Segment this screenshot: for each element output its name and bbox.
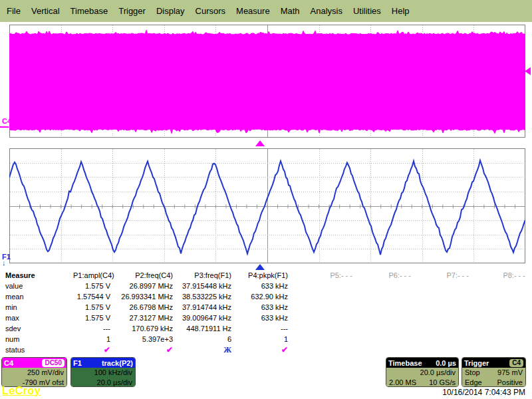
measure-row-label-mean: mean — [3, 291, 73, 302]
trigger-type: Edge — [465, 378, 482, 387]
lecroy-logo: LeCroy — [2, 385, 41, 397]
measure-header-p4[interactable]: P4:pkpk(F1) — [233, 270, 289, 281]
measure-value-p5 — [289, 281, 354, 291]
timebase-per-div: 20.0 µs/div — [389, 368, 456, 378]
trigger-body: Stop 975 mV Edge Positive — [462, 368, 525, 387]
c4-volts-per-div: 250 mV/div — [5, 368, 64, 378]
timebase-body: 20.0 µs/div 2.00 MS 10 GS/s — [386, 368, 458, 387]
f1-descriptor-header: F1 track(P2) — [71, 358, 135, 368]
measure-max-p2: 27.3127 MHz — [112, 313, 174, 323]
measure-num-p2: 5.397e+3 — [112, 334, 174, 344]
measure-header-p6[interactable]: P6:- - - — [354, 270, 412, 281]
measure-value-p7 — [412, 281, 470, 291]
f1-descriptor-body: 100 kHz/div 20.0 µs/div — [71, 368, 135, 387]
f1-units-per-div: 100 kHz/div — [74, 368, 132, 378]
status-ok-icon: ✔ — [166, 345, 173, 354]
measure-mean-p5 — [289, 291, 354, 302]
measure-sdev-p6 — [354, 323, 412, 334]
menu-item-vertical[interactable]: Vertical — [31, 6, 60, 16]
measure-row-label-sdev: sdev — [3, 323, 73, 334]
clock-timestamp: 10/16/2014 7:04:43 PM — [442, 388, 525, 397]
measure-value-p8 — [470, 281, 527, 291]
measure-value-p4: 633 kHz — [233, 281, 289, 291]
measure-mean-p3: 38.533225 kHz — [174, 291, 233, 302]
measure-header-p3[interactable]: P3:freq(F1) — [174, 270, 233, 281]
measure-status-p3: Ж — [174, 344, 233, 355]
measure-header-p2[interactable]: P2:freq(C4) — [112, 270, 174, 281]
measure-num-p5 — [289, 334, 354, 344]
trigger-time-marker-f1[interactable] — [255, 264, 265, 270]
measure-header-p5[interactable]: P5:- - - — [289, 270, 354, 281]
c4-ground-marker[interactable] — [0, 126, 9, 128]
c4-waveform-plot — [9, 25, 525, 138]
measure-table: MeasureP1:ampl(C4)P2:freq(C4)P3:freq(F1)… — [3, 270, 528, 355]
measure-num-p4: 1 — [233, 334, 289, 344]
measure-header-p8[interactable]: P8:- - - — [470, 270, 527, 281]
f1-time-per-div: 20.0 µs/div — [74, 378, 132, 387]
c4-trace[interactable] — [9, 30, 525, 133]
c4-channel-label[interactable]: C4 — [2, 117, 11, 125]
measure-mean-p1: 1.57544 V — [73, 291, 112, 302]
measure-mean-p2: 26.993341 MHz — [112, 291, 174, 302]
measure-row-label-max: max — [3, 313, 73, 323]
trigger-mode: Stop — [465, 368, 480, 378]
menu-item-measure[interactable]: Measure — [236, 6, 270, 16]
timebase-box[interactable]: Timebase 0.0 µs 20.0 µs/div 2.00 MS 10 G… — [386, 357, 459, 387]
measure-min-p6 — [354, 302, 412, 313]
menu-item-timebase[interactable]: Timebase — [70, 6, 108, 16]
c4-descriptor-header: C4 DC50 — [2, 358, 66, 368]
trigger-level-arrow-icon[interactable] — [525, 67, 531, 75]
menu-item-utilities[interactable]: Utilities — [353, 6, 381, 16]
trigger-time-marker-c4[interactable] — [255, 140, 265, 146]
measure-row-label-value: value — [3, 281, 73, 291]
measure-status-p4: ✔ — [233, 344, 289, 355]
measure-status-p7 — [412, 344, 470, 355]
trigger-level: 975 mV — [497, 368, 523, 378]
menu-item-file[interactable]: File — [7, 6, 21, 16]
scope-grid-c4[interactable] — [9, 25, 525, 138]
measure-value-p2: 26.8997 MHz — [112, 281, 174, 291]
f1-waveform-plot — [9, 148, 525, 263]
menu-item-help[interactable]: Help — [392, 6, 410, 16]
c4-descriptor-box[interactable]: C4 DC50 250 mV/div -790 mV ofst — [1, 357, 67, 387]
menu-item-analysis[interactable]: Analysis — [311, 6, 342, 16]
measure-mean-p7 — [412, 291, 470, 302]
measure-num-p8 — [470, 334, 527, 344]
measure-min-p7 — [412, 302, 470, 313]
measure-min-p1: 1.575 V — [73, 302, 112, 313]
measure-sdev-p7 — [412, 323, 470, 334]
measure-num-p1: 1 — [73, 334, 112, 344]
menu-item-math[interactable]: Math — [281, 6, 300, 16]
measure-row-label-min: min — [3, 302, 73, 313]
measure-sdev-p4: --- — [233, 323, 289, 334]
measure-mean-p4: 632.90 kHz — [233, 291, 289, 302]
measure-title: Measure — [3, 270, 73, 281]
f1-descriptor-box[interactable]: F1 track(P2) 100 kHz/div 20.0 µs/div — [70, 357, 136, 387]
measure-header-p7[interactable]: P7:- - - — [412, 270, 470, 281]
measure-max-p3: 39.009647 kHz — [174, 313, 233, 323]
trigger-box[interactable]: Trigger C4 Stop 975 mV Edge Positive — [462, 357, 526, 387]
measure-status-p8 — [470, 344, 527, 355]
trigger-title: Trigger — [464, 359, 489, 367]
c4-descriptor-body: 250 mV/div -790 mV ofst — [2, 368, 66, 387]
measure-status-p2: ✔ — [112, 344, 174, 355]
c4-descriptor-title: C4 — [4, 359, 13, 367]
measure-header-p1[interactable]: P1:ampl(C4) — [73, 270, 112, 281]
measure-value-p6 — [354, 281, 412, 291]
measure-max-p6 — [354, 313, 412, 323]
measure-status-p6 — [354, 344, 412, 355]
measure-min-p2: 26.6798 MHz — [112, 302, 174, 313]
scope-grid-f1[interactable] — [9, 148, 525, 263]
measure-max-p1: 1.575 V — [73, 313, 112, 323]
timebase-title: Timebase — [388, 359, 422, 367]
menu-item-cursors[interactable]: Cursors — [196, 6, 226, 16]
measure-mean-p6 — [354, 291, 412, 302]
measure-sdev-p3: 448.71911 Hz — [174, 323, 233, 334]
status-ok-icon: ✔ — [104, 345, 110, 354]
f1-function-source: track(P2) — [102, 359, 133, 367]
trigger-slope: Positive — [497, 378, 523, 387]
menu-item-trigger[interactable]: Trigger — [118, 6, 146, 16]
measure-mean-p8 — [470, 291, 527, 302]
menu-item-display[interactable]: Display — [156, 6, 185, 16]
timebase-samples: 2.00 MS — [389, 378, 416, 387]
